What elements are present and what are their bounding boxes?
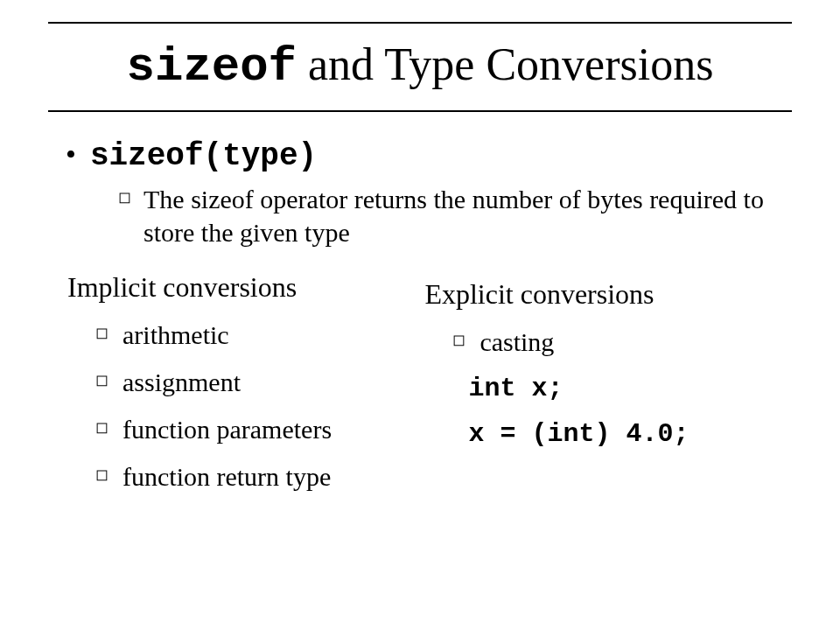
implicit-item-text: function parameters xyxy=(122,414,332,445)
code-line-2: x = (int) 4.0; xyxy=(468,419,792,449)
slide-title: sizeof and Type Conversions xyxy=(48,39,792,93)
implicit-item: ◻ function return type xyxy=(95,461,405,493)
slide-body: • sizeof(type) ◻ The sizeof operator ret… xyxy=(48,112,792,508)
title-rest: and Type Conversions xyxy=(297,39,713,89)
implicit-item: ◻ assignment xyxy=(95,367,405,398)
implicit-item-text: assignment xyxy=(122,367,241,398)
square-bullet-icon: ◻ xyxy=(95,367,108,393)
implicit-item-text: arithmetic xyxy=(122,319,229,351)
implicit-item: ◻ arithmetic xyxy=(95,319,405,351)
columns: Implicit conversions ◻ arithmetic ◻ assi… xyxy=(57,266,783,508)
sizeof-description: ◻ The sizeof operator returns the number… xyxy=(118,183,783,248)
implicit-heading: Implicit conversions xyxy=(67,271,405,304)
explicit-item: ◻ casting xyxy=(452,326,792,358)
explicit-heading: Explicit conversions xyxy=(424,278,792,311)
explicit-item-text: casting xyxy=(480,326,554,358)
implicit-item: ◻ function parameters xyxy=(95,414,405,445)
implicit-item-text: function return type xyxy=(122,461,331,493)
bullet-sizeof-code: sizeof(type) xyxy=(90,138,317,174)
bullet-sizeof: • sizeof(type) xyxy=(57,138,783,174)
title-container: sizeof and Type Conversions xyxy=(48,22,792,112)
slide: sizeof and Type Conversions • sizeof(typ… xyxy=(0,0,840,630)
sizeof-desc-text: The sizeof operator returns the number o… xyxy=(144,183,783,248)
title-mono: sizeof xyxy=(127,40,297,94)
bullet-dot-icon: • xyxy=(66,138,76,172)
square-bullet-icon: ◻ xyxy=(95,461,108,487)
explicit-column: Explicit conversions ◻ casting int x; x … xyxy=(414,266,792,508)
square-bullet-icon: ◻ xyxy=(452,326,466,353)
square-bullet-icon: ◻ xyxy=(95,414,108,440)
square-bullet-icon: ◻ xyxy=(118,183,131,211)
code-line-1: int x; xyxy=(468,374,792,403)
square-bullet-icon: ◻ xyxy=(95,319,108,346)
implicit-column: Implicit conversions ◻ arithmetic ◻ assi… xyxy=(57,266,405,508)
